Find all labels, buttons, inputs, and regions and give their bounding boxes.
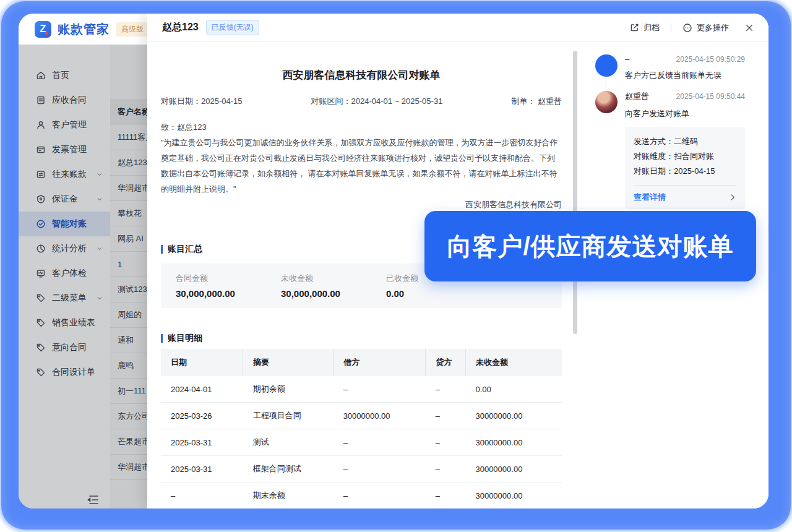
stat-value: 30,000,000.00 [281,288,386,299]
status-badge: 已反馈(无误) [206,20,259,35]
statement-title: 西安朋客信息科技有限公司对账单 [161,68,562,82]
callout-banner-text: 向客户/供应商发送对账单 [447,230,733,264]
reconcile-dimension: 对账维度：扫合同对账 [634,149,736,164]
activity-author: – [625,54,629,64]
section-detail: 账目明细 [161,333,562,344]
col-header: 借方 [334,349,426,376]
app-title: 账款管家 [58,21,110,38]
view-details-label: 查看详情 [634,192,666,203]
signature-company: 西安朋客信息科技有限公司 [161,197,562,212]
modal-backdrop[interactable] [19,45,147,508]
activity-timestamp: 2025-04-15 09:50:44 [676,92,745,101]
section-title: 账目明细 [168,333,202,344]
statement-range: 对账区间：2024-04-01 ~ 2025-05-31 [311,96,443,107]
statement-maker: 制单： 赵重普 [511,96,562,107]
col-header: 日期 [161,349,243,376]
reconcile-date: 对账日期：2025-04-15 [634,164,736,179]
activity-item: – 2025-04-15 09:50:29 客户方已反馈当前账单无误 [595,54,745,81]
premium-badge: 高级版 [116,22,149,36]
table-row: 2024-04-01期初余额––0.00 [161,376,562,403]
logo-letter: Z [40,24,46,35]
table-row: –期末余额––30000000.00 [161,483,562,508]
view-details-button[interactable]: 查看详情 [634,186,736,203]
more-actions-icon [682,23,692,33]
activity-item: 赵重普 2025-04-15 09:50:44 向客户发送对账单 [595,91,745,119]
table-row: 2025-03-26工程项目合同30000000.00–30000000.00 [161,403,562,429]
header-divider [671,24,671,32]
stat-contract-amount: 合同金额 30,000,000.00 [176,273,281,299]
section-bar [161,245,163,254]
send-detail-card: 发送方式：二维码 对账维度：扫合同对账 对账日期：2025-04-15 查看详情 [625,127,745,209]
stat-label: 合同金额 [176,273,281,284]
detail-table-header: 日期 摘要 借方 贷方 未收金额 [161,349,562,376]
stat-label: 未收金额 [281,273,386,284]
app-logo-icon: Z [35,21,51,38]
avatar [595,54,618,77]
activity-message: 客户方已反馈当前账单无误 [625,70,745,81]
table-row: 2025-03-31框架合同测试––30000000.00 [161,456,562,483]
callout-banner: 向客户/供应商发送对账单 [424,211,756,281]
archive-button[interactable]: 归档 [630,22,660,33]
statement-meta: 对账日期：2025-04-15 对账区间：2024-04-01 ~ 2025-0… [161,96,562,107]
col-header: 摘要 [243,349,334,376]
more-actions-button[interactable]: 更多操作 [682,22,729,33]
send-method: 发送方式：二维码 [634,134,736,149]
avatar [595,91,618,113]
activity-timestamp: 2025-04-15 09:50:29 [676,55,745,64]
activity-author: 赵重普 [625,91,649,102]
drawer-title: 赵总123 [162,21,199,34]
stat-value: 30,000,000.00 [176,288,281,299]
section-title: 账目汇总 [168,244,202,255]
detail-table: 日期 摘要 借方 贷方 未收金额 2024-04-01期初余额––0.00 20… [161,349,562,508]
letter-salutation: 致：赵总123 [161,119,562,135]
drawer-header: 赵总123 已反馈(无误) 归档 更多操作 [147,14,768,42]
chevron-right-icon [729,194,736,201]
archive-label: 归档 [644,22,660,33]
close-button[interactable] [745,24,754,32]
close-icon [745,24,754,32]
stat-unreceived-amount: 未收金额 30,000,000.00 [281,273,386,299]
col-header: 未收金额 [465,349,562,376]
more-actions-label: 更多操作 [697,22,729,33]
activity-message: 向客户发送对账单 [625,108,745,119]
table-row: 2025-03-31测试––30000000.00 [161,429,562,456]
statement-letter: 致：赵总123 "为建立贵公司与我公司更加诚信的业务伙伴关系，加强双方应收及应付… [161,119,562,197]
archive-icon [630,23,639,32]
stat-value: 0.00 [386,288,491,299]
document-scrollbar[interactable] [573,51,577,334]
letter-body: "为建立贵公司与我公司更加诚信的业务伙伴关系，加强双方应收及应付账款的管理，为双… [161,135,562,197]
section-bar [161,334,163,343]
statement-date: 对账日期：2025-04-15 [161,96,243,107]
col-header: 贷方 [426,349,466,376]
timeline-connector [606,78,606,92]
